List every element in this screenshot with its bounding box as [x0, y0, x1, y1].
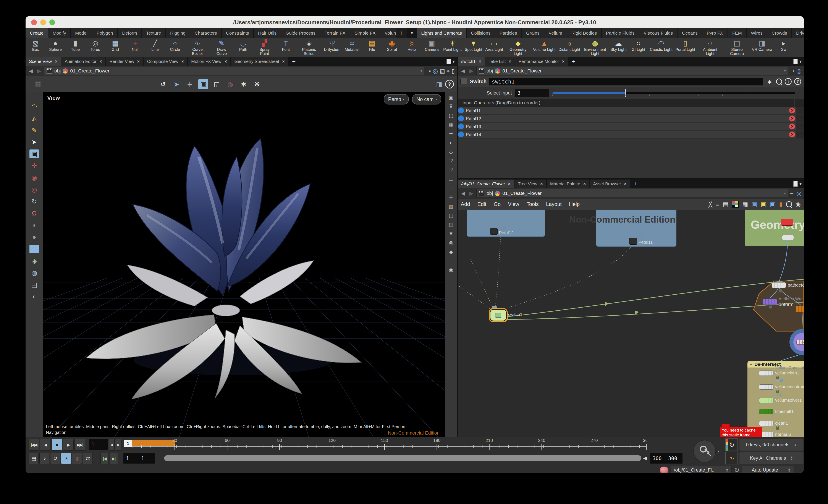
move-tool-icon[interactable]: ◎: [30, 185, 39, 194]
tab-tree-view[interactable]: Tree View×: [514, 180, 547, 188]
shelf-tool-sw[interactable]: ▸Sw: [774, 38, 794, 57]
tab-terrain-fx[interactable]: Terrain FX: [320, 28, 350, 38]
viewport-canvas[interactable]: View Persp ▾ No cam ▾ Left mouse tumbles…: [43, 92, 445, 437]
secure-selection-icon[interactable]: ➤: [171, 79, 181, 89]
range-end-field[interactable]: 300: [650, 453, 667, 464]
close-tab-icon[interactable]: ×: [479, 59, 481, 64]
pane-maximize-icon-network[interactable]: [793, 181, 798, 187]
shelf-tool-environment-light[interactable]: ◍Environment Light: [582, 38, 609, 57]
tumble-tool-icon[interactable]: ◠: [30, 102, 39, 110]
tab-guide-process[interactable]: Guide Process: [281, 28, 320, 38]
rotate-tool-icon[interactable]: ↻: [30, 197, 39, 206]
handles-tool-icon[interactable]: ✛: [30, 162, 39, 170]
shelf-tool-distant-light[interactable]: ☼Distant Light: [557, 38, 582, 57]
shelf-tool-circle[interactable]: ○Circle: [165, 38, 185, 57]
back-icon[interactable]: ◀: [28, 68, 34, 74]
key-mode-select[interactable]: Key All Channels ▲▼: [739, 452, 804, 464]
stop-button[interactable]: ■: [51, 439, 62, 451]
box-display-icon[interactable]: ▧: [440, 68, 445, 75]
path-field-params[interactable]: obj 01_Create_Flower ▾: [477, 66, 788, 75]
pose-tool-icon[interactable]: ◉: [30, 173, 39, 182]
tab-render-view[interactable]: Render View×: [106, 57, 143, 66]
error-node[interactable]: [721, 424, 730, 427]
loop-mode-icon[interactable]: ↺: [50, 453, 60, 464]
shelf-tool-path[interactable]: ◡Path: [233, 38, 253, 57]
select-input-value-field[interactable]: 3: [515, 89, 549, 97]
menu-add[interactable]: Add: [461, 201, 470, 207]
node-list-icon[interactable]: ▤: [723, 201, 729, 208]
node-label-timeshift1[interactable]: timeshift1: [775, 409, 794, 414]
translate-handle-icon[interactable]: ✛: [185, 79, 195, 89]
radial-menu-icon-params[interactable]: ◎: [796, 67, 801, 75]
sculpt-tool-icon[interactable]: ●: [30, 233, 39, 241]
close-tab-icon[interactable]: ×: [540, 181, 543, 186]
menu-tools[interactable]: Tools: [527, 201, 539, 207]
tab-characters[interactable]: Characters: [190, 28, 222, 38]
view-camera-icon[interactable]: ▣: [198, 79, 208, 89]
radial-menu-icon-network[interactable]: ◎: [796, 190, 801, 197]
tab-pyro-fx[interactable]: Pyro FX: [702, 28, 728, 38]
radial-menu-icon[interactable]: ◎: [432, 67, 438, 75]
playbar-options-icon[interactable]: ▤: [29, 453, 39, 464]
shelf-tool-point-light[interactable]: ☀Point Light: [442, 38, 463, 57]
snap-grid-icon[interactable]: ▦: [30, 245, 39, 253]
play-reverse-button[interactable]: ◀: [40, 439, 51, 451]
node-circled[interactable]: ◆: [796, 340, 804, 345]
backface-icon[interactable]: ◆: [447, 248, 455, 255]
tab-rigid-bodies[interactable]: Rigid Bodies: [567, 28, 602, 38]
update-mode-select[interactable]: Auto Update ▲▼: [742, 466, 794, 473]
pin-pane-icon[interactable]: ⊸: [426, 68, 431, 75]
search-parms-icon[interactable]: [776, 79, 782, 85]
close-tab-icon[interactable]: ×: [583, 181, 586, 186]
shelf-tool-geometry-light[interactable]: ◆Geometry Light: [504, 38, 531, 57]
ghost-objects-icon[interactable]: ◍: [225, 79, 235, 89]
shelf-tool-vr-camera[interactable]: ◨VR Camera: [750, 38, 774, 57]
range-start-field[interactable]: 1: [123, 453, 140, 464]
visibility-icon[interactable]: ◍: [30, 268, 39, 277]
node-petal11[interactable]: [629, 238, 637, 245]
tab-wires[interactable]: Wires: [747, 28, 768, 38]
light-toggle-icon[interactable]: ☀: [447, 130, 455, 137]
shelf-tool-torus[interactable]: ◎Torus: [85, 38, 105, 57]
node-vellumcloth1[interactable]: [759, 371, 774, 376]
node-timeshift1[interactable]: [759, 409, 774, 414]
close-tab-icon[interactable]: ×: [562, 59, 565, 64]
viewport-help-icon[interactable]: ?: [445, 80, 454, 88]
delete-input-icon[interactable]: ✕: [789, 116, 795, 121]
node-label-normal6[interactable]: normal6: [775, 432, 791, 437]
tab-scene-view[interactable]: Scene View×: [26, 57, 61, 66]
switch-input-connector[interactable]: [492, 306, 497, 308]
magnet-tool-icon[interactable]: Ω: [30, 209, 39, 218]
node-tree-icon[interactable]: ≡: [716, 201, 719, 208]
lock-camera-icon[interactable]: ▢: [447, 112, 455, 119]
roto-tool-icon[interactable]: ◭: [30, 114, 39, 123]
tab-rigging[interactable]: Rigging: [166, 28, 190, 38]
delete-input-icon[interactable]: ✕: [789, 132, 795, 137]
grid-toggle-icon[interactable]: ▦: [447, 121, 455, 128]
path-dropdown-icon[interactable]: ▾: [420, 69, 422, 73]
back-icon-params[interactable]: ◀: [460, 68, 466, 74]
delete-input-icon[interactable]: ✕: [789, 107, 795, 113]
menu-go[interactable]: Go: [494, 201, 501, 207]
node-vellumsolver1[interactable]: [759, 398, 774, 403]
tab-animation-editor[interactable]: Animation Editor×: [61, 57, 106, 66]
input-operator-name[interactable]: Petal11: [466, 108, 789, 113]
input-operator-row[interactable]: ↑Petal14✕: [458, 131, 804, 139]
pane-menu-icon-params[interactable]: ▾: [799, 59, 801, 64]
node-petal12[interactable]: [490, 228, 498, 235]
view-tumble-icon[interactable]: ↺: [158, 79, 168, 89]
node-pathdeform-label[interactable]: pathdeform: [788, 283, 804, 288]
add-pane-tab-button-network[interactable]: +: [630, 180, 641, 188]
tab-collisions[interactable]: Collisions: [467, 28, 495, 38]
key-navigation-icon[interactable]: ⇄: [83, 453, 93, 464]
tab-performance-monitor[interactable]: Performance Monitor×: [515, 57, 568, 66]
jump-prev-key-button[interactable]: |◀: [100, 453, 109, 464]
shelf-tool-metaball[interactable]: ∞Metaball: [342, 38, 362, 57]
delete-input-icon[interactable]: ✕: [789, 124, 795, 129]
path-field[interactable]: obj 01_Create_Flower ▾: [44, 66, 424, 75]
jump-end-button[interactable]: ▶▶|: [75, 439, 85, 451]
memory-brain-icon[interactable]: [660, 467, 668, 473]
path-field-network[interactable]: obj 01_Create_Flower ▾: [477, 189, 788, 198]
shelf-tool-caustic-light[interactable]: ◠Caustic Light: [648, 38, 674, 57]
play-button[interactable]: ▶: [63, 439, 74, 451]
